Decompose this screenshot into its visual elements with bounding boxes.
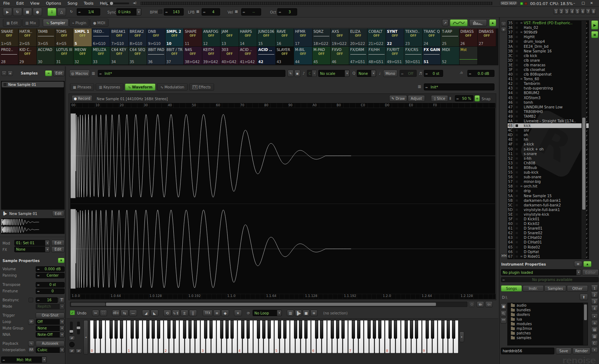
zoom-out-button[interactable]: ⊖ı [485, 301, 493, 307]
instrument-checkbox[interactable] [516, 31, 518, 34]
user-folder-button[interactable]: ▤ [591, 327, 598, 333]
piano-key-black[interactable] [146, 320, 149, 339]
tab-phrases[interactable]: ▦Phrases [70, 83, 94, 91]
process-menu-button[interactable]: ≡ [213, 310, 220, 316]
instrument-row[interactable]: 64 ∞ D ClHat01 ⌁ [508, 240, 589, 245]
root-key-select[interactable]: C▾ [307, 70, 317, 77]
instrument-checkbox[interactable] [516, 143, 518, 145]
instrument-checkbox[interactable] [516, 251, 518, 253]
stop-button[interactable]: ■ [23, 8, 32, 16]
instrument-checkbox[interactable] [516, 148, 518, 150]
instrument-checkbox[interactable] [516, 101, 518, 104]
instrument-row[interactable]: 4C ∞ snr ⌁ [508, 128, 589, 133]
adjust-tool-button[interactable]: Adjust [408, 95, 425, 102]
tab-mixer[interactable]: ▥Mix [22, 19, 39, 27]
wave-scrollbar[interactable] [70, 302, 467, 307]
preset-button[interactable]: 6 [580, 9, 585, 14]
track-cell[interactable]: DNB OFF 9>G10 [147, 29, 166, 47]
instrument-row[interactable]: 3D ∞ clb snare ⌁ [508, 58, 589, 63]
panning-box[interactable]: ◂▸Center [36, 273, 65, 278]
piano-key-black[interactable] [167, 320, 171, 339]
instrument-play-button[interactable]: ▶ [591, 20, 598, 30]
instrument-checkbox[interactable] [516, 236, 518, 239]
scopes-button[interactable] [450, 19, 468, 26]
instrument-checkbox[interactable] [516, 199, 518, 202]
instrument-checkbox[interactable] [516, 195, 518, 197]
instrument-row[interactable]: 53 ∞ Ch808 ⌁ [508, 161, 589, 165]
mode-select[interactable]: Repitch▾ [36, 304, 65, 309]
track-cell[interactable]: MEOW OFF 32 [73, 47, 92, 65]
instrument-checkbox[interactable] [516, 55, 518, 57]
keyboard-scroll-right[interactable]: ▸ [460, 332, 464, 342]
render-button[interactable]: Render [573, 348, 590, 354]
mutegroup-select[interactable]: None▾ [36, 325, 65, 331]
quantize-select[interactable]: None▾ [357, 70, 376, 77]
folder-row[interactable]: modules [508, 322, 588, 326]
lpb-grid-icon[interactable]: ▦ [196, 10, 199, 13]
piano-key-black[interactable] [320, 320, 323, 339]
instrument-checkbox[interactable] [516, 134, 518, 136]
waveform-channel-left[interactable] [71, 108, 496, 203]
instrument-checkbox[interactable] [516, 255, 518, 258]
drive-button[interactable]: C: [591, 340, 598, 346]
instrument-checkbox[interactable] [516, 68, 518, 71]
instrument-row[interactable]: 61 ∞ D Snare01 ⌁ [508, 226, 589, 231]
lpb-box[interactable]: ◂▸4 [202, 8, 220, 16]
piano-key-black[interactable] [131, 320, 134, 339]
draw-tool-button[interactable]: ✎Draw [389, 95, 407, 102]
tab-keyzones[interactable]: ▥Keyzones [96, 83, 123, 91]
instrument-row[interactable]: 39 ∞ drum_loop4 ⌁ [508, 39, 589, 44]
piano-key-black[interactable] [410, 320, 413, 339]
piano-key-black[interactable] [188, 320, 192, 339]
track-cell[interactable]: KEITH OFF 39>G42 [202, 47, 221, 65]
piano-key-black[interactable] [225, 320, 229, 339]
glide-box[interactable]: ◂▸Off [400, 70, 417, 77]
instrument-checkbox[interactable] [516, 138, 518, 141]
pitch-slider[interactable] [77, 322, 80, 334]
crop-button[interactable]: ⛶ [100, 310, 107, 316]
piano-key-black[interactable] [204, 320, 207, 339]
loop-select[interactable]: Off▾ [36, 319, 65, 325]
piano-key-black[interactable] [173, 320, 176, 339]
piano-key-black[interactable] [331, 320, 334, 339]
loop-pattern-button[interactable]: ↻ [13, 8, 22, 16]
keyboard-focus-button[interactable]: ▥ [287, 310, 294, 316]
instrument-checkbox[interactable] [516, 45, 518, 48]
nna-select[interactable]: Note-Off▾ [36, 332, 65, 338]
instrument-row[interactable]: 3B ∞ New Sample 16 ⌁ [508, 49, 589, 53]
track-cell[interactable]: LOTUS III OFF 31 [55, 47, 74, 65]
track-cell[interactable]: 8BIT PAD OFF 36 [147, 47, 166, 65]
instrument-checkbox[interactable] [516, 232, 518, 234]
macros-button[interactable]: ◎Macros [69, 70, 90, 77]
tab-pattern-editor[interactable]: ▦Edit [3, 19, 21, 27]
instrument-row[interactable]: 36 ∞ Hats_02 ⌁ [508, 25, 589, 30]
finetune-box[interactable]: ◂▸0 [36, 288, 65, 294]
instrument-remove-button[interactable]: – [501, 21, 506, 26]
swap-channels-button[interactable]: ∿↕ [172, 310, 180, 316]
sample-thumbnail[interactable] [1, 218, 65, 234]
piano-key-black[interactable] [157, 320, 160, 339]
piano-key-black[interactable] [230, 320, 234, 339]
track-cell[interactable]: RAVE OFF 16 [276, 29, 294, 47]
instrument-row[interactable]: 44 ∞ BDRUM2 ⌁ [508, 91, 589, 95]
piano-key-black[interactable] [294, 320, 297, 339]
keyboard-scroll-left[interactable]: ◂ [83, 320, 88, 354]
track-cell[interactable]: FX/RYT OFF 49>G51 [386, 47, 405, 65]
piano-key-black[interactable] [336, 320, 339, 339]
beatsync-box[interactable]: ◂▸16 [36, 297, 58, 303]
track-cell[interactable]: FX GAIN OFF 51 [423, 47, 441, 65]
instrument-checkbox[interactable] [516, 246, 518, 248]
track-cell[interactable]: TOMS OFF 4>G5 [55, 29, 74, 47]
preset-button[interactable]: 2 [559, 9, 564, 14]
tab-sampler[interactable]: ∿Sampler [43, 19, 68, 27]
piano-key-black[interactable] [93, 320, 97, 339]
piano-key-black[interactable] [247, 320, 250, 339]
slice-tool-button[interactable]: ▯Slice [431, 95, 448, 102]
piano-key-black[interactable] [268, 320, 271, 339]
track-cell[interactable]: KID C.. OFF 29 [19, 47, 37, 65]
track-cell[interactable]: ANAFOG OFF 12 [202, 29, 221, 47]
mono-button[interactable]: Mono [383, 70, 397, 77]
library-folder-button[interactable]: ▥ [591, 334, 598, 339]
menu-item[interactable]: Tools [81, 1, 97, 6]
fade-out-button[interactable]: ◣ [151, 310, 158, 316]
